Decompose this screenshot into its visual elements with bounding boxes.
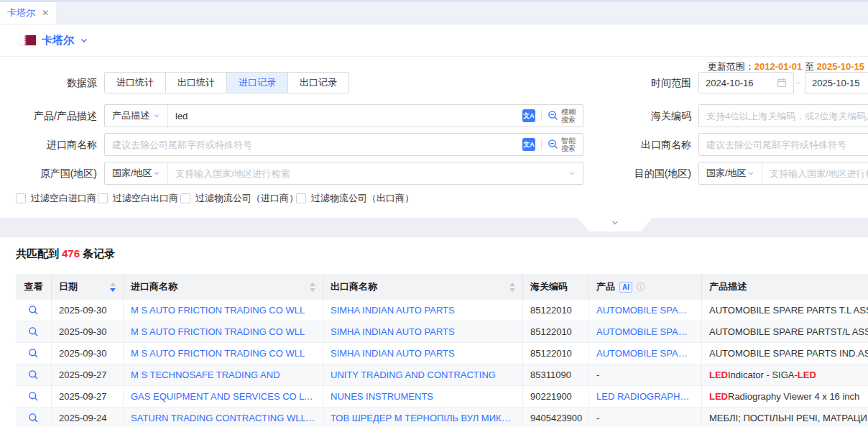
cell-hs-code: 85122010 <box>523 343 589 364</box>
chevron-down-icon[interactable] <box>568 170 576 177</box>
result-suffix: 条记录 <box>83 247 115 260</box>
chevron-down-icon <box>153 170 160 177</box>
cell-hs-code: 9405423900 <box>523 408 589 427</box>
checkbox-filter-blank-exporter[interactable]: 过滤空白出口商 <box>98 192 178 205</box>
exporter-link[interactable]: NUNES INSTRUMENTS <box>331 391 433 402</box>
country-title: 卡塔尔 <box>42 34 74 47</box>
product-type-select[interactable]: 产品描述 <box>105 105 168 127</box>
view-magnifier-icon[interactable] <box>28 326 39 337</box>
col-importer: 进口商名称 <box>124 274 323 300</box>
table-row: 2025-09-30 M S AUTO FRICTION TRADING CO … <box>16 343 868 364</box>
checkbox-icon[interactable] <box>16 193 26 203</box>
product-link[interactable]: AUTOMOBILE SPARE P... <box>596 326 694 337</box>
exporter-link[interactable]: SIMHA INDIAN AUTO PARTS <box>331 326 455 337</box>
table-row: 2025-09-27 GAS EQUIPMENT AND SERVICES CO… <box>16 386 868 408</box>
importer-link[interactable]: M S AUTO FRICTION TRADING CO WLL <box>131 326 305 337</box>
product-link[interactable]: AUTOMOBILE SPARE P... <box>596 348 694 359</box>
hs-code-input[interactable] <box>699 111 868 121</box>
origin-label: 原产国(地区) <box>0 162 97 185</box>
time-range-label: 时间范围 <box>594 72 691 93</box>
panel-gap <box>0 218 868 237</box>
result-count: 476 <box>62 247 80 260</box>
update-range-label: 更新范围： <box>708 61 754 72</box>
table-row: 2025-09-30 M S AUTO FRICTION TRADING CO … <box>16 321 868 343</box>
date-start-input[interactable]: 2024-10-16 <box>698 72 794 93</box>
importer-link[interactable]: GAS EQUIPMENT AND SERVICES CO LTD <box>131 391 315 402</box>
cell-description: AUTOMOBILE SPARE PARTS T.L ASSY ... <box>702 300 868 321</box>
sort-importer[interactable] <box>305 283 315 292</box>
tab-bar: 卡塔尔 ✕ <box>0 2 868 24</box>
translate-icon[interactable]: 文A <box>522 109 535 122</box>
collapse-filters-button[interactable] <box>578 218 652 231</box>
checkbox-filter-logistics-importer[interactable]: 过滤物流公司（进口商） <box>180 192 298 205</box>
tab-qatar[interactable]: 卡塔尔 ✕ <box>0 2 56 24</box>
product-link[interactable]: AUTOMOBILE SPARE P... <box>596 305 694 316</box>
info-icon[interactable] <box>636 282 646 292</box>
origin-country-input[interactable] <box>168 168 568 179</box>
col-hs-code: 海关编码 <box>523 274 589 300</box>
ai-badge: AI <box>619 282 632 293</box>
update-range-start: 2012-01-01 <box>754 61 803 72</box>
date-end-input[interactable]: 2025-10-15 <box>805 72 868 93</box>
importer-link[interactable]: M S TECHNOSAFE TRADING AND <box>131 369 280 380</box>
checkbox-filter-logistics-exporter[interactable]: 过滤物流公司（出口商） <box>296 192 414 205</box>
sort-exporter[interactable] <box>505 283 515 292</box>
checkbox-icon[interactable] <box>296 193 306 203</box>
importer-link[interactable]: M S AUTO FRICTION TRADING CO WLL <box>131 348 305 359</box>
view-magnifier-icon[interactable] <box>28 348 39 359</box>
view-magnifier-icon[interactable] <box>28 305 39 316</box>
col-exporter-label: 出口商名称 <box>331 280 377 293</box>
cell-date: 2025-09-27 <box>52 386 124 408</box>
cell-date: 2025-09-24 <box>52 408 124 427</box>
chevron-down-icon[interactable] <box>80 36 88 45</box>
checkbox-icon[interactable] <box>98 193 108 203</box>
table-header: 查看 日期 进口商名称 出口商名称 海关编码 产品 AI 产品描述 <box>16 274 868 300</box>
fuzzy-search-button[interactable]: 模糊搜索 <box>548 108 583 124</box>
cell-description: LED Indicator - SIGA-LED <box>702 364 868 386</box>
importer-label: 进口商名称 <box>0 133 97 156</box>
records-table: 查看 日期 进口商名称 出口商名称 海关编码 产品 AI 产品描述 2025-0… <box>16 274 868 427</box>
smart-search-label: 智能搜索 <box>561 137 577 152</box>
checkbox-label: 过滤物流公司（出口商） <box>311 192 414 205</box>
checkbox-label: 过滤空白出口商 <box>113 192 178 205</box>
btn-export-records[interactable]: 出口记录 <box>287 73 348 93</box>
btn-import-stats[interactable]: 进口统计 <box>105 73 165 93</box>
exporter-link[interactable]: SIMHA INDIAN AUTO PARTS <box>331 305 455 316</box>
table-row: 2025-09-24 SATURN TRADING CONTRACTING WL… <box>16 408 868 427</box>
exporter-input[interactable] <box>699 139 868 150</box>
cell-hs-code: 85122010 <box>523 300 589 321</box>
col-product-label: 产品 <box>596 280 615 293</box>
importer-input[interactable] <box>105 139 522 150</box>
origin-country-select[interactable]: 国家/地区 <box>105 162 168 184</box>
update-range-end: 2025-10-15 <box>817 61 865 72</box>
data-source-label: 数据源 <box>0 72 97 93</box>
view-magnifier-icon[interactable] <box>28 413 39 423</box>
smart-search-button[interactable]: 智能搜索 <box>548 137 583 152</box>
destination-country-select[interactable]: 国家/地区 <box>699 162 762 184</box>
chevron-down-icon <box>153 112 160 119</box>
view-magnifier-icon[interactable] <box>28 391 39 402</box>
hs-code-label: 海关编码 <box>594 104 691 127</box>
exporter-link[interactable]: ТОВ ШРЕДЕР М ТЕРНОПІЛЬ ВУЛ МИКУЛИ... <box>331 413 515 423</box>
close-icon[interactable]: ✕ <box>42 9 49 17</box>
importer-link[interactable]: M S AUTO FRICTION TRADING CO WLL <box>131 305 305 316</box>
cell-product: - <box>589 364 702 386</box>
destination-country-input[interactable] <box>762 168 868 179</box>
chevron-down-icon <box>610 218 620 228</box>
exporter-link[interactable]: SIMHA INDIAN AUTO PARTS <box>331 348 455 359</box>
checkbox-filter-blank-importer[interactable]: 过滤空白进口商 <box>16 192 96 205</box>
sort-date[interactable] <box>106 283 116 292</box>
importer-link[interactable]: SATURN TRADING CONTRACTING WLL BUI... <box>131 413 315 423</box>
btn-import-records[interactable]: 进口记录 <box>226 73 287 93</box>
translate-icon[interactable]: 文A <box>522 138 535 151</box>
product-search-box: 产品描述 文A 模糊搜索 <box>104 104 583 127</box>
product-link[interactable]: LED RADIOGRAPHY VI... <box>596 391 694 402</box>
exporter-link[interactable]: UNITY TRADING AND CONTRACTING <box>331 369 496 380</box>
product-type-value: 产品描述 <box>112 109 149 122</box>
view-magnifier-icon[interactable] <box>28 369 39 380</box>
product-search-input[interactable] <box>168 111 522 121</box>
destination-label: 目的国(地区) <box>594 162 691 185</box>
checkbox-icon[interactable] <box>180 193 190 203</box>
filter-panel: 更新范围：2012-01-01 至 2025-10-15 数据源 进口统计 出口… <box>0 57 868 218</box>
btn-export-stats[interactable]: 出口统计 <box>165 73 226 93</box>
